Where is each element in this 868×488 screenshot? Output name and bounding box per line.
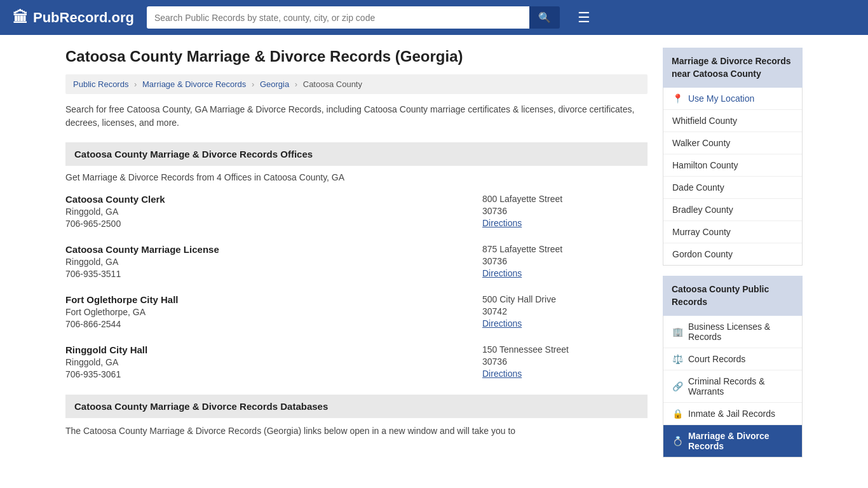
office-city-0: Ringgold, GA [65,207,482,217]
record-label-0: Business Licenses & Records [688,322,793,342]
location-icon: 📍 [672,93,683,104]
nearby-header: Marriage & Divorce Records near Catoosa … [663,48,803,88]
search-bar: 🔍 [147,6,560,29]
record-icon-4: 💍 [672,436,683,446]
directions-link-0[interactable]: Directions [482,218,522,228]
directions-link-1[interactable]: Directions [482,268,522,278]
office-name-1: Catoosa County Marriage License [65,244,482,255]
breadcrumb-sep-2: › [252,79,254,89]
nearby-county-1[interactable]: Walker County [663,132,802,154]
office-left-2: Fort Oglethorpe City Hall Fort Oglethorp… [65,294,482,329]
office-city-3: Ringgold, GA [65,357,482,367]
nearby-list: 📍 Use My Location Whitfield CountyWalker… [663,88,803,266]
office-name-0: Catoosa County Clerk [65,194,482,205]
office-city-1: Ringgold, GA [65,257,482,267]
office-right-0: 800 Lafayette Street 30736 Directions [482,194,648,229]
office-zip-0: 30736 [482,206,648,216]
office-left-3: Ringgold City Hall Ringgold, GA 706-935-… [65,344,482,379]
nearby-county-3[interactable]: Dade County [663,177,802,199]
nearby-county-0[interactable]: Whitfield County [663,110,802,132]
public-record-item-4[interactable]: 💍Marriage & Divorce Records [663,425,802,457]
directions-link-3[interactable]: Directions [482,369,522,379]
office-city-2: Fort Oglethorpe, GA [65,307,482,317]
office-right-3: 150 Tennessee Street 30736 Directions [482,344,648,379]
office-zip-3: 30736 [482,356,648,367]
breadcrumb-marriage-divorce[interactable]: Marriage & Divorce Records [142,79,246,89]
use-my-location[interactable]: 📍 Use My Location [663,88,802,110]
public-records-header: Catoosa County Public Records [663,276,803,316]
nearby-county-6[interactable]: Gordon County [663,243,802,265]
breadcrumb-public-records[interactable]: Public Records [73,79,128,89]
offices-count: Get Marriage & Divorce Records from 4 Of… [65,172,648,182]
office-entry-1: Catoosa County Marriage License Ringgold… [65,244,648,279]
office-address-0: 800 Lafayette Street [482,194,648,204]
office-phone-1: 706-935-3511 [65,269,482,279]
site-header: 🏛 PubRecord.org 🔍 ☰ [0,0,868,35]
breadcrumb-sep-3: › [295,79,297,89]
search-input[interactable] [147,6,529,29]
nearby-counties-container: Whitfield CountyWalker CountyHamilton Co… [663,110,802,265]
record-label-1: Court Records [688,354,745,364]
office-left-1: Catoosa County Marriage License Ringgold… [65,244,482,279]
office-right-2: 500 City Hall Drive 30742 Directions [482,294,648,329]
content-area: Catoosa County Marriage & Divorce Record… [65,48,648,458]
main-container: Catoosa County Marriage & Divorce Record… [53,35,815,470]
page-title: Catoosa County Marriage & Divorce Record… [65,48,648,65]
office-address-3: 150 Tennessee Street [482,344,648,355]
office-entry-0: Catoosa County Clerk Ringgold, GA 706-96… [65,194,648,229]
breadcrumb: Public Records › Marriage & Divorce Reco… [65,74,648,94]
breadcrumb-current: Catoosa County [303,79,362,89]
office-phone-0: 706-965-2500 [65,219,482,229]
offices-container: Catoosa County Clerk Ringgold, GA 706-96… [65,194,648,379]
office-entry-2: Fort Oglethorpe City Hall Fort Oglethorp… [65,294,648,329]
nearby-county-2[interactable]: Hamilton County [663,154,802,177]
public-record-item-1[interactable]: ⚖️Court Records [663,348,802,370]
record-label-4: Marriage & Divorce Records [688,431,793,451]
record-label-2: Criminal Records & Warrants [688,376,793,396]
directions-link-2[interactable]: Directions [482,318,522,329]
public-record-item-2[interactable]: 🔗Criminal Records & Warrants [663,370,802,403]
offices-section-header: Catoosa County Marriage & Divorce Record… [65,142,648,166]
office-name-2: Fort Oglethorpe City Hall [65,294,482,305]
office-address-1: 875 Lafayette Street [482,244,648,254]
record-icon-1: ⚖️ [672,354,683,364]
office-address-2: 500 City Hall Drive [482,294,648,304]
menu-button[interactable]: ☰ [573,7,595,29]
office-entry-3: Ringgold City Hall Ringgold, GA 706-935-… [65,344,648,379]
public-record-item-0[interactable]: 🏢Business Licenses & Records [663,316,802,348]
logo-text: PubRecord.org [33,10,134,26]
office-zip-1: 30736 [482,256,648,266]
breadcrumb-sep-1: › [134,79,137,89]
public-record-item-3[interactable]: 🔒Inmate & Jail Records [663,403,802,425]
search-button[interactable]: 🔍 [529,6,560,29]
record-icon-0: 🏢 [672,327,683,337]
sidebar: Marriage & Divorce Records near Catoosa … [663,48,803,458]
office-name-3: Ringgold City Hall [65,344,482,355]
office-phone-2: 706-866-2544 [65,319,482,329]
page-description: Search for free Catoosa County, GA Marri… [65,103,648,130]
office-zip-2: 30742 [482,306,648,316]
nearby-county-5[interactable]: Murray County [663,221,802,243]
record-label-3: Inmate & Jail Records [688,409,775,419]
breadcrumb-georgia[interactable]: Georgia [260,79,289,89]
nearby-county-4[interactable]: Bradley County [663,199,802,221]
databases-section-header: Catoosa County Marriage & Divorce Record… [65,395,648,418]
public-records-list: 🏢Business Licenses & Records⚖️Court Reco… [663,316,803,458]
use-location-label: Use My Location [688,93,754,104]
record-icon-3: 🔒 [672,409,683,419]
office-left-0: Catoosa County Clerk Ringgold, GA 706-96… [65,194,482,229]
office-phone-3: 706-935-3061 [65,369,482,379]
office-right-1: 875 Lafayette Street 30736 Directions [482,244,648,279]
logo-icon: 🏛 [13,9,28,27]
site-logo[interactable]: 🏛 PubRecord.org [13,9,134,27]
record-icon-2: 🔗 [672,381,683,391]
databases-description: The Catoosa County Marriage & Divorce Re… [65,424,648,438]
